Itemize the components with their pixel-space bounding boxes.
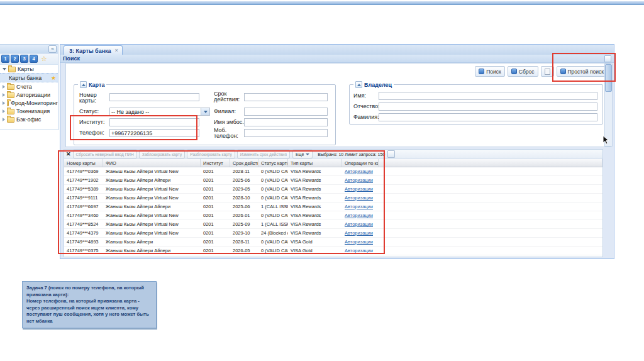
mobile-phone-input[interactable] [244,129,328,137]
table-cell: 417749***1902 [64,176,103,184]
authorizations-link[interactable]: Авторизации [345,204,373,209]
quick-button-1[interactable]: 1 [1,55,9,63]
column-header[interactable]: ФИО [103,159,201,167]
sidebar-item[interactable]: Фрод-Мониторинг [0,99,58,107]
page-icon [545,69,550,75]
table-cell: Жаныш Кызы Айпери Virtual New [103,220,201,228]
quick-button-2[interactable]: 2 [11,55,19,63]
quick-button-3[interactable]: 3 [20,55,28,63]
emboss-name-input[interactable] [244,118,328,126]
scrollbar-thumb[interactable] [605,64,612,92]
authorizations-link[interactable]: Авторизации [345,248,373,253]
simple-search-button[interactable]: Простой поиск [557,66,608,77]
collapse-fieldset-icon[interactable] [355,81,362,88]
column-header[interactable]: Статус карты [258,159,288,167]
table-row[interactable]: 417749***0369Жаныш Кызы Айпери Virtual N… [64,167,602,176]
reset-icon [511,69,517,74]
authorizations-link[interactable]: Авторизации [345,221,373,227]
authorizations-link[interactable]: Авторизации [345,230,373,236]
collapse-fieldset-icon[interactable] [80,81,87,88]
sidebar-item[interactable]: Счета [0,82,58,91]
search-button[interactable]: Поиск [475,66,505,77]
collapse-arrow-icon[interactable] [3,68,6,70]
form-scrollbar[interactable] [604,64,613,147]
grid-toolbar: ✕ Сбросить неверный ввод ПИНЗаблокироват… [64,150,602,159]
favorite-star-icon[interactable]: ★ [51,75,56,81]
table-cell: VISA Rewards [288,185,342,193]
mouse-cursor [602,135,610,145]
table-row[interactable]: 417749***1902Жаныш Кызы Айпери Айпери020… [64,176,602,185]
clear-selection-icon[interactable]: ✕ [66,152,70,157]
table-row[interactable]: 417749***8524Жаныш Кызы Айпери Virtual N… [64,220,602,229]
sidebar-item[interactable]: Бэк-офис [0,115,58,123]
table-cell: Жаныш Кызы Айпери Virtual New [103,194,201,202]
branch-input[interactable] [244,108,328,116]
authorizations-link[interactable]: Авторизации [345,213,373,218]
sidebar-item[interactable]: Карты [0,65,58,73]
sidebar-item-label: Фрод-Мониторинг [11,100,58,106]
table-row[interactable]: 417749***9111Жаныш Кызы Айпери Virtual N… [64,194,602,203]
authorizations-link[interactable]: Авторизации [345,169,373,174]
expand-arrow-icon[interactable] [3,118,5,121]
authorizations-link[interactable]: Авторизации [345,186,373,192]
chevron-down-icon[interactable] [201,108,209,115]
table-row[interactable]: 417749***4893Жаныш Кызы Айпери02012028-1… [64,238,602,247]
status-select[interactable]: -- Не задано -- [109,108,210,116]
sidebar-item[interactable]: Токенизация [0,107,58,115]
table-cell-actions: Авторизации [342,176,379,184]
table-cell-actions: Авторизации [342,220,379,228]
sidebar-item[interactable]: Авторизации [0,91,58,99]
search-options-icon-button[interactable] [541,66,554,77]
table-row[interactable]: 417749***5389Жаныш Кызы Айпери Virtual N… [64,185,602,194]
more-button[interactable]: Ещё [292,150,313,158]
table-cell: 0 (VALID CARD) [258,194,288,202]
quick-button-4[interactable]: 4 [30,55,38,63]
tab-bank-cards[interactable]: 3: Карты банка × [64,45,123,55]
first-name-input[interactable] [379,92,597,100]
tab-close-icon[interactable]: × [115,48,118,53]
search-button-label: Поиск [486,69,501,75]
table-row[interactable]: 417749***0375Жаныш Кызы Айпери Айпери020… [64,247,602,255]
table-row[interactable]: 417749***6697Жаныш Кызы Айпери Айпери020… [64,203,602,211]
owner-fieldset-title: Владелец [364,82,392,88]
table-cell-actions: Авторизации [342,203,379,211]
authorizations-link[interactable]: Авторизации [345,239,373,245]
institute-input[interactable] [109,118,199,126]
table-row[interactable]: 417749***4379Жаныш Кызы Айпери Virtual N… [64,229,602,238]
folder-icon [7,84,14,90]
search-panel-title: Поиск [63,55,80,62]
table-row[interactable]: 417749***3460Жаныш Кызы Айпери Virtual N… [64,211,602,220]
patronymic-input[interactable] [379,103,597,111]
column-header[interactable]: Срок действия [230,159,258,167]
sidebar-collapse-icon[interactable]: « [48,45,57,53]
search-actions: Поиск Сброс Простой поиск [475,66,608,77]
collapse-panel-icon[interactable] [604,55,611,62]
expand-arrow-icon[interactable] [3,93,5,97]
folder-icon [8,67,16,72]
table-cell: 417749***4379 [64,229,103,237]
card-number-label: Номер карты: [79,92,109,104]
refresh-icon[interactable] [387,150,395,158]
sidebar-item[interactable]: Карты банка★ [0,73,58,82]
authorizations-link[interactable]: Авторизации [345,195,373,201]
folder-icon [7,92,14,98]
column-header[interactable]: Операции по карте [342,159,379,167]
expand-arrow-icon[interactable] [3,85,5,89]
column-header[interactable]: Институт [201,159,230,167]
column-header[interactable]: Номер карты [64,159,103,167]
authorizations-link[interactable]: Авторизации [345,177,373,183]
favorites-star-icon[interactable]: ☆ [41,55,47,62]
expand-arrow-icon[interactable] [3,101,5,105]
table-cell: 0 (VALID CARD) [258,185,288,193]
column-header-filler [379,159,602,167]
expand-arrow-icon[interactable] [3,109,5,113]
column-header[interactable]: Тип карты [288,159,342,167]
surname-input[interactable] [379,113,597,121]
card-number-input[interactable] [109,93,199,101]
table-cell: VISA Rewards [288,203,342,211]
table-cell: VISA Rewards [288,176,342,184]
expiry-input[interactable] [244,93,328,101]
reset-button[interactable]: Сброс [508,66,538,77]
task-note: Задача 7 (поиск по номеру телефона, на к… [22,281,157,328]
phone-input[interactable] [109,129,199,137]
